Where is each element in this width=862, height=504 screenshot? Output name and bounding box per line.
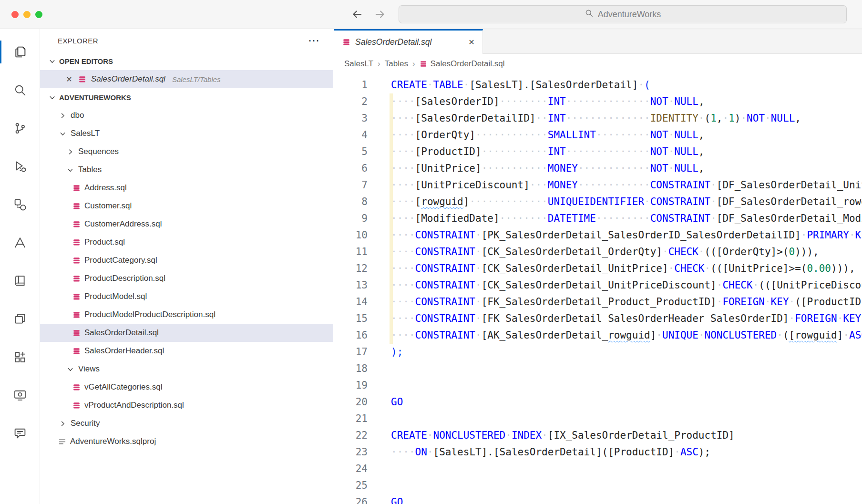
sidebar: EXPLORER ⋯ OPEN EDITORS ✕ SalesOrderDeta… [40, 29, 333, 504]
tree-folder-sequences[interactable]: Sequences [40, 143, 333, 161]
close-editor-icon[interactable]: ✕ [65, 75, 73, 84]
code-line[interactable]: 16····CONSTRAINT·[AK_SalesOrderDetail_ro… [334, 327, 862, 344]
code-line[interactable]: 24 [334, 461, 862, 477]
code-line[interactable]: 18 [334, 360, 862, 377]
code-line[interactable]: 21 [334, 411, 862, 427]
close-window-button[interactable] [11, 11, 19, 18]
activity-item-search[interactable] [0, 71, 40, 109]
activity-item-sql-projects[interactable] [0, 300, 40, 338]
tree-file-customer-sql[interactable]: Customer.sql [40, 197, 333, 215]
activity-item-schema-compare[interactable] [0, 185, 40, 224]
tree-file-address-sql[interactable]: Address.sql [40, 179, 333, 197]
breadcrumb-item-schema[interactable]: SalesLT [344, 59, 373, 69]
tree-file-adventureworks-sqlproj[interactable]: AdventureWorks.sqlproj [40, 432, 333, 451]
code-line[interactable]: 19 [334, 377, 862, 394]
code-line[interactable]: 12····CONSTRAINT·[CK_SalesOrderDetail_Un… [334, 260, 862, 277]
close-tab-icon[interactable]: ✕ [467, 38, 476, 47]
breadcrumb-item-file[interactable]: SalesOrderDetail.sql [420, 59, 505, 69]
tree-folder-dbo[interactable]: dbo [40, 106, 333, 124]
tree-item-label: Product.sql [84, 237, 125, 247]
tree-file-salesorderheader-sql[interactable]: SalesOrderHeader.sql [40, 342, 333, 360]
code-line[interactable]: 22CREATE·NONCLUSTERED·INDEX·[IX_SalesOrd… [334, 427, 862, 444]
tree-file-salesorderdetail-sql[interactable]: SalesOrderDetail.sql [40, 324, 333, 342]
more-actions-button[interactable]: ⋯ [308, 35, 319, 46]
tree-item-label: Address.sql [84, 183, 127, 193]
editor-group: SalesOrderDetail.sql ✕ SalesLT › Tables … [334, 29, 862, 504]
activity-item-azure[interactable] [0, 224, 40, 262]
tab-strip: SalesOrderDetail.sql ✕ [334, 29, 862, 54]
forward-arrow-icon[interactable] [373, 8, 387, 21]
schema-compare-icon [13, 197, 27, 212]
code-line[interactable]: 14····CONSTRAINT·[FK_SalesOrderDetail_Pr… [334, 294, 862, 310]
extensions-icon [13, 350, 27, 364]
tree-folder-saleslt[interactable]: SalesLT [40, 124, 333, 143]
project-section-label: ADVENTUREWORKS [59, 93, 131, 102]
tree-folder-views[interactable]: Views [40, 360, 333, 378]
code-line[interactable]: 6····[UnitPrice]···········MONEY········… [334, 160, 862, 177]
code-line[interactable]: 5····[ProductID]···········INT··········… [334, 144, 862, 160]
code-line[interactable]: 2····[SalesOrderID]········INT··········… [334, 93, 862, 110]
code-line[interactable]: 3····[SalesOrderDetailID]··INT··········… [334, 110, 862, 127]
code-line[interactable]: 23····ON·[SalesLT].[SalesOrderDetail]([P… [334, 444, 862, 461]
database-file-icon [72, 329, 81, 337]
back-arrow-icon[interactable] [350, 8, 364, 21]
code-line[interactable]: 4····[OrderQty]············SMALLINT·····… [334, 127, 862, 144]
code-line[interactable]: 7····[UnitPriceDiscount]···MONEY········… [334, 177, 862, 194]
tree-folder-tables[interactable]: Tables [40, 161, 333, 179]
chevron-down-icon [48, 57, 56, 65]
activity-item-remote-explorer[interactable] [0, 376, 40, 414]
line-number: 10 [334, 227, 368, 244]
activity-item-explorer[interactable] [0, 33, 40, 71]
tree-item-label: ProductDescription.sql [84, 274, 165, 283]
line-number: 25 [334, 477, 368, 494]
code-line[interactable]: 11····CONSTRAINT·[CK_SalesOrderDetail_Or… [334, 244, 862, 260]
open-editors-header[interactable]: OPEN EDITORS [40, 52, 333, 70]
remote-explorer-icon [13, 388, 27, 402]
project-section-header[interactable]: ADVENTUREWORKS [40, 88, 333, 106]
tree-item-label: Customer.sql [84, 201, 132, 211]
activity-bar [0, 29, 40, 504]
breadcrumb-item-folder[interactable]: Tables [385, 59, 408, 69]
command-center-search[interactable]: AdventureWorks [399, 5, 847, 23]
code-line[interactable]: 20GO [334, 394, 862, 411]
open-editor-item[interactable]: ✕ SalesOrderDetail.sql SalesLT/Tables [40, 70, 333, 88]
code-line[interactable]: 1CREATE·TABLE·[SalesLT].[SalesOrderDetai… [334, 77, 862, 93]
chevron-down-icon [48, 93, 56, 102]
activity-item-notebooks[interactable] [0, 262, 40, 300]
code-line[interactable]: 13····CONSTRAINT·[CK_SalesOrderDetail_Un… [334, 277, 862, 294]
line-number: 18 [334, 360, 368, 377]
activity-item-extensions[interactable] [0, 338, 40, 376]
code-line[interactable]: 25 [334, 477, 862, 494]
line-number: 16 [334, 327, 368, 344]
tab-salesorderdetail-sql[interactable]: SalesOrderDetail.sql ✕ [334, 29, 483, 54]
database-file-icon [72, 220, 81, 228]
code-line[interactable]: 15····CONSTRAINT·[FK_SalesOrderDetail_Sa… [334, 310, 862, 327]
code-line[interactable]: 10····CONSTRAINT·[PK_SalesOrderDetail_Sa… [334, 227, 862, 244]
activity-item-comments[interactable] [0, 414, 40, 453]
titlebar: AdventureWorks [0, 0, 862, 29]
code-line[interactable]: 17); [334, 344, 862, 360]
tree-file-productmodel-sql[interactable]: ProductModel.sql [40, 288, 333, 306]
database-file-icon [72, 293, 81, 301]
minimize-window-button[interactable] [23, 11, 31, 18]
azure-icon [13, 236, 27, 250]
tree-file-vgetallcategories-sql[interactable]: vGetAllCategories.sql [40, 378, 333, 396]
zoom-window-button[interactable] [35, 11, 42, 18]
code-line[interactable]: 8····[rowguid]·············UNIQUEIDENTIF… [334, 194, 862, 210]
code-line[interactable]: 9····[ModifiedDate]········DATETIME·····… [334, 210, 862, 227]
tree-file-productcategory-sql[interactable]: ProductCategory.sql [40, 251, 333, 269]
tree-file-vproductanddescription-sql[interactable]: vProductAndDescription.sql [40, 396, 333, 414]
tree-file-productdescription-sql[interactable]: ProductDescription.sql [40, 269, 333, 288]
code-editor[interactable]: 1CREATE·TABLE·[SalesLT].[SalesOrderDetai… [334, 74, 862, 504]
database-file-icon [72, 184, 81, 192]
activity-item-source-control[interactable] [0, 109, 40, 147]
tree-file-productmodelproductdescription-sql[interactable]: ProductModelProductDescription.sql [40, 306, 333, 324]
tree-file-product-sql[interactable]: Product.sql [40, 233, 333, 251]
tree-folder-security[interactable]: Security [40, 414, 333, 432]
line-number: 26 [334, 494, 368, 504]
code-line[interactable]: 26GO [334, 494, 862, 504]
run-and-debug-icon [13, 159, 27, 174]
activity-item-run-and-debug[interactable] [0, 147, 40, 185]
tree-file-customeraddress-sql[interactable]: CustomerAddress.sql [40, 215, 333, 233]
comments-icon [13, 426, 27, 441]
